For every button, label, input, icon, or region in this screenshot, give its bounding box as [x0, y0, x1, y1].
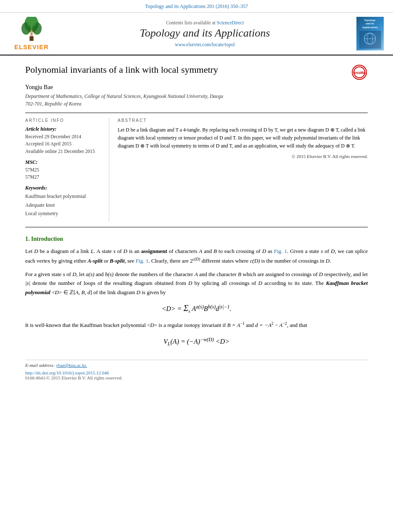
received-date: Received 29 December 2014	[25, 133, 102, 140]
journal-center-info: Contents lists available at ScienceDirec…	[61, 17, 348, 50]
elsevier-logo: ELSEVIER	[8, 17, 55, 50]
crossmark-badge[interactable]: CrossMark	[351, 64, 368, 81]
abstract-text: Let D be a link diagram and T a 4-tangle…	[118, 126, 368, 150]
issn-text: 0166-8641/© 2015 Elsevier B.V. All right…	[25, 375, 368, 380]
affiliation: Department of Mathematics, College of Na…	[25, 92, 368, 108]
journal-url[interactable]: www.elsevier.com/locate/topol	[61, 42, 348, 47]
keyword-2: Adequate knot	[25, 201, 102, 209]
email-label: E-mail address:	[25, 363, 55, 368]
author-name: Yongju Bae	[25, 84, 368, 91]
introduction-section: 1. Introduction Let D be a diagram of a …	[25, 236, 368, 347]
intro-para2: For a given state s of D, let a(s) and b…	[25, 270, 368, 297]
contents-line: Contents lists available at ScienceDirec…	[61, 20, 348, 25]
formula-kauffman-bracket: <D> = Σs Aa(s)Bb(s)d|s|−1.	[25, 303, 368, 313]
intro-heading: 1. Introduction	[25, 236, 368, 242]
accepted-date: Accepted 16 April 2015	[25, 140, 102, 147]
cover-graphic-icon	[359, 31, 382, 49]
paper-title: Polynomial invariants of a link with loc…	[25, 64, 351, 76]
copyright-text: © 2015 Elsevier B.V. All rights reserved…	[118, 154, 368, 159]
history-label: Article history:	[25, 126, 102, 132]
msc1: 57M25	[25, 166, 102, 174]
svg-point-5	[30, 30, 33, 33]
journal-title: Topology and its Applications	[61, 27, 348, 40]
available-date: Available online 21 December 2015	[25, 148, 102, 155]
keywords-block: Keywords: Kauffman bracket polynomial Ad…	[25, 185, 102, 218]
title-row: Polynomial invariants of a link with loc…	[25, 64, 368, 81]
journal-header: ELSEVIER Contents lists available at Sci…	[0, 13, 393, 55]
crossmark-icon: CrossMark	[352, 65, 367, 80]
fig1-ref-2[interactable]: Fig. 1	[136, 258, 148, 264]
email-footnote: E-mail address: ybae@knu.ac.kr.	[25, 363, 368, 368]
abstract-heading: ABSTRACT	[118, 118, 368, 123]
journal-citation: Topology and its Applications 201 (2016)…	[0, 0, 393, 13]
formula-jones-polynomial: VL(A) = (−A)−w(D) <D>	[25, 337, 368, 348]
abstract-panel: ABSTRACT Let D be a link diagram and T a…	[118, 118, 368, 222]
journal-citation-text: Topology and its Applications 201 (2016)…	[145, 3, 248, 9]
article-info-panel: ARTICLE INFO Article history: Received 2…	[25, 118, 109, 222]
svg-text:CrossMark: CrossMark	[353, 71, 366, 75]
email-link[interactable]: ybae@knu.ac.kr.	[56, 363, 87, 368]
elsevier-brand-text: ELSEVIER	[14, 43, 49, 50]
elsevier-tree-icon	[15, 17, 48, 42]
svg-rect-6	[30, 33, 33, 36]
msc-block: MSC: 57M25 57M27	[25, 159, 102, 181]
main-content: Polynomial invariants of a link with loc…	[0, 55, 393, 389]
intro-para1: Let D be a diagram of a link L. A state …	[25, 247, 368, 265]
fig1-ref-1[interactable]: Fig. 1	[274, 248, 287, 254]
keywords-label: Keywords:	[25, 185, 102, 191]
article-info-abstract-section: ARTICLE INFO Article history: Received 2…	[25, 113, 368, 227]
article-history-block: Article history: Received 29 December 20…	[25, 126, 102, 155]
intro-para3: It is well-known that the Kauffman brack…	[25, 320, 368, 330]
msc-label: MSC:	[25, 159, 102, 166]
doi-link[interactable]: http://dx.doi.org/10.1016/j.topol.2015.1…	[25, 370, 368, 375]
sciencedirect-link[interactable]: ScienceDirect	[217, 20, 244, 25]
article-info-heading: ARTICLE INFO	[25, 118, 102, 123]
footer-section: E-mail address: ybae@knu.ac.kr. http://d…	[25, 360, 368, 380]
keyword-1: Kauffman bracket polynomial	[25, 192, 102, 200]
svg-rect-0	[29, 36, 33, 41]
journal-cover-thumbnail: Topologyand itsApplications	[355, 17, 385, 50]
keyword-3: Local symmetry	[25, 209, 102, 218]
msc2: 57M27	[25, 174, 102, 181]
